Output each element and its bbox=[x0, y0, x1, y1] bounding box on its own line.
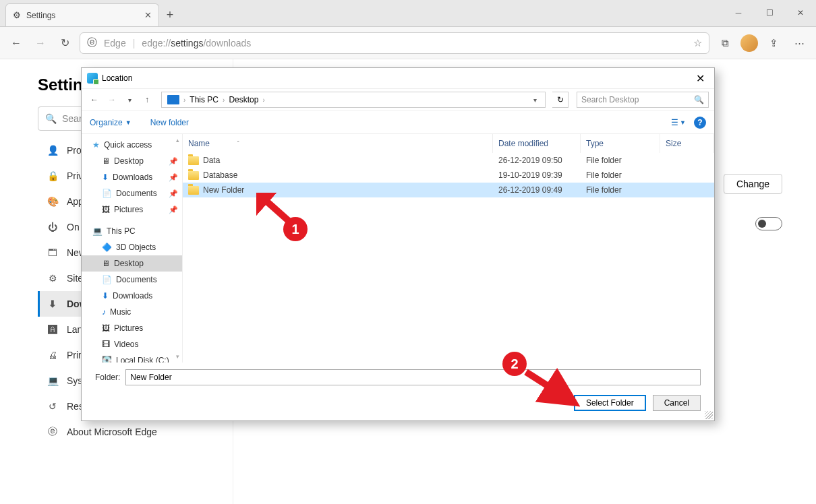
favorite-icon[interactable]: ☆ bbox=[693, 37, 702, 49]
select-folder-button[interactable]: Select Folder bbox=[574, 395, 646, 411]
tree-item[interactable]: Pictures📌 bbox=[82, 201, 182, 218]
pic-icon bbox=[102, 205, 110, 214]
tree-item[interactable]: Downloads bbox=[82, 288, 182, 304]
tree-item-label: This PC bbox=[107, 226, 136, 236]
tree-item[interactable]: Desktop📌 bbox=[82, 153, 182, 169]
crumb-desktop[interactable]: Desktop bbox=[226, 95, 261, 104]
tree-item[interactable]: Documents📌 bbox=[82, 185, 182, 201]
forward-button[interactable]: → bbox=[31, 34, 50, 53]
col-date[interactable]: Date modified bbox=[493, 134, 581, 153]
dialog-forward-button[interactable]: → bbox=[105, 95, 119, 104]
file-list-header[interactable]: Name˄ Date modified Type Size bbox=[183, 134, 714, 153]
search-icon: 🔍 bbox=[45, 113, 57, 124]
dl-icon bbox=[102, 291, 109, 301]
tree-item-label: Pictures bbox=[114, 205, 143, 214]
share-icon[interactable]: ⇪ bbox=[763, 33, 784, 53]
annotation-callout-1: 1 bbox=[283, 217, 308, 241]
tree-item-label: Documents bbox=[116, 189, 157, 198]
dialog-search[interactable]: Search Desktop 🔍 bbox=[577, 92, 709, 108]
tab-title: Settings bbox=[26, 11, 55, 20]
sidebar-item-icon: 👤 bbox=[47, 145, 59, 156]
tree-item[interactable]: This PC bbox=[82, 223, 182, 239]
help-button[interactable]: ? bbox=[694, 117, 706, 129]
dialog-toolbar: Organize ▼ New folder ☰ ▼ ? bbox=[82, 111, 714, 134]
doc-icon bbox=[102, 189, 112, 198]
dialog-refresh-button[interactable]: ↻ bbox=[552, 92, 569, 108]
tree-scrollbar[interactable]: ▴▾ bbox=[174, 137, 181, 360]
tree-item[interactable]: 3D Objects bbox=[82, 239, 182, 255]
close-tab-icon[interactable]: ✕ bbox=[144, 10, 152, 20]
view-options-button[interactable]: ☰ ▼ bbox=[671, 118, 686, 127]
profile-avatar[interactable] bbox=[740, 34, 758, 52]
desktop-icon bbox=[102, 156, 110, 166]
ask-where-toggle[interactable] bbox=[755, 217, 782, 230]
folder-input[interactable] bbox=[125, 369, 701, 385]
change-button[interactable]: Change bbox=[724, 174, 782, 194]
pc-icon bbox=[167, 95, 179, 104]
dialog-back-button[interactable]: ← bbox=[87, 95, 102, 104]
refresh-button[interactable]: ↻ bbox=[55, 34, 74, 53]
folder-icon bbox=[188, 171, 199, 180]
tree-item[interactable]: Documents bbox=[82, 272, 182, 288]
file-list: Name˄ Date modified Type Size Data26-12-… bbox=[183, 134, 714, 363]
tree-item[interactable]: Local Disk (C:) bbox=[82, 352, 182, 363]
crumb-drop-icon[interactable]: ▾ bbox=[531, 96, 540, 104]
window-controls: ─ ☐ ✕ bbox=[723, 0, 816, 26]
minimize-button[interactable]: ─ bbox=[723, 0, 754, 26]
sidebar-item-icon: 🅰 bbox=[47, 324, 59, 335]
tree-item[interactable]: Videos bbox=[82, 336, 182, 352]
file-name: New Folder bbox=[203, 185, 244, 195]
edge-icon: ⓔ bbox=[87, 36, 97, 49]
tree-item[interactable]: Desktop bbox=[82, 255, 182, 272]
tree-item[interactable]: Downloads📌 bbox=[82, 169, 182, 185]
file-date: 26-12-2019 09:50 bbox=[493, 156, 581, 165]
sidebar-item-icon: ⓔ bbox=[47, 426, 59, 438]
maximize-button[interactable]: ☐ bbox=[754, 0, 785, 26]
dialog-close-button[interactable]: ✕ bbox=[692, 72, 709, 85]
file-row[interactable]: New Folder26-12-2019 09:49File folder bbox=[183, 183, 714, 197]
close-window-button[interactable]: ✕ bbox=[785, 0, 816, 26]
file-row[interactable]: Data26-12-2019 09:50File folder bbox=[183, 153, 714, 168]
breadcrumb[interactable]: › This PC › Desktop › ▾ bbox=[161, 92, 546, 108]
dialog-search-placeholder: Search Desktop bbox=[581, 95, 639, 104]
address-bar[interactable]: ⓔ Edge | edge://settings/downloads ☆ bbox=[80, 32, 709, 54]
new-tab-button[interactable]: + bbox=[159, 3, 181, 26]
new-folder-button[interactable]: New folder bbox=[150, 118, 189, 127]
sidebar-item-icon: ⬇ bbox=[47, 298, 59, 309]
col-name: Name˄ bbox=[183, 134, 493, 153]
tree-item-label: Pictures bbox=[114, 323, 143, 333]
collections-icon[interactable]: ⧉ bbox=[715, 33, 735, 53]
organize-menu[interactable]: Organize ▼ bbox=[90, 118, 132, 127]
browser-titlebar: ⚙ Settings ✕ + ─ ☐ ✕ bbox=[0, 0, 816, 27]
tree-item[interactable]: Music bbox=[82, 304, 182, 320]
sidebar-item-icon: ⚙ bbox=[47, 273, 59, 284]
col-type[interactable]: Type bbox=[581, 134, 660, 153]
tree-item-label: Desktop bbox=[114, 156, 144, 166]
star-icon bbox=[92, 140, 100, 150]
tree-item-label: Quick access bbox=[104, 140, 152, 150]
cancel-button[interactable]: Cancel bbox=[653, 395, 701, 411]
file-row[interactable]: Database19-10-2019 09:39File folder bbox=[183, 168, 714, 183]
col-size[interactable]: Size bbox=[660, 134, 714, 153]
tree-item[interactable]: Pictures bbox=[82, 320, 182, 336]
back-button[interactable]: ← bbox=[7, 34, 26, 53]
dialog-up-button[interactable]: ↑ bbox=[140, 95, 154, 104]
url-separator: | bbox=[133, 38, 136, 49]
browser-tab[interactable]: ⚙ Settings ✕ bbox=[5, 3, 159, 26]
tree-item-label: Downloads bbox=[113, 172, 152, 182]
doc-icon bbox=[102, 275, 112, 284]
chevron-down-icon: ▼ bbox=[680, 119, 686, 126]
file-type: File folder bbox=[581, 156, 660, 165]
sidebar-item-about-microsoft-edge[interactable]: ⓔAbout Microsoft Edge bbox=[38, 419, 220, 445]
crumb-thispc[interactable]: This PC bbox=[187, 95, 221, 104]
url-brand: Edge bbox=[104, 38, 126, 49]
dialog-title: Location bbox=[102, 73, 132, 83]
tree-item-label: Documents bbox=[116, 275, 157, 284]
folder-tree[interactable]: Quick accessDesktop📌Downloads📌Documents📌… bbox=[82, 134, 183, 363]
recent-menu-icon[interactable]: ▾ bbox=[122, 96, 137, 104]
more-icon[interactable]: ⋯ bbox=[789, 33, 809, 53]
tree-item[interactable]: Quick access bbox=[82, 137, 182, 153]
dialog-buttons: Select Folder Cancel bbox=[82, 392, 714, 420]
sidebar-item-icon: ⏻ bbox=[47, 222, 59, 232]
resize-grip[interactable] bbox=[705, 411, 713, 419]
